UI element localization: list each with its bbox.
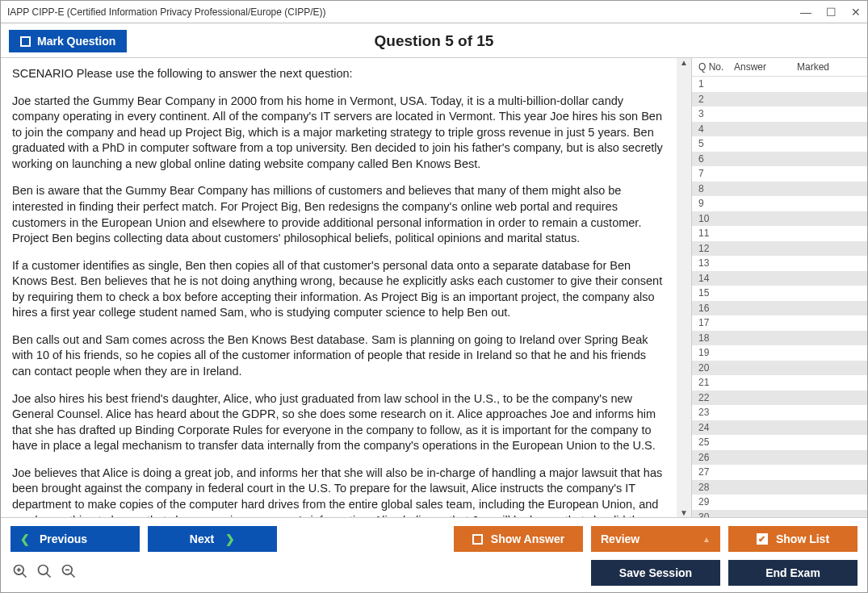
question-row[interactable]: 11 (692, 226, 867, 241)
question-number: 26 (698, 452, 734, 463)
scenario-paragraph: Joe believes that Alice is doing a great… (12, 466, 665, 517)
question-row[interactable]: 18 (692, 331, 867, 346)
question-row[interactable]: 4 (692, 122, 867, 137)
window-controls: — ☐ ✕ (800, 6, 861, 19)
question-number: 28 (698, 482, 734, 493)
zoom-controls (10, 563, 77, 583)
show-answer-button[interactable]: Show Answer (454, 526, 583, 552)
question-row[interactable]: 17 (692, 315, 867, 331)
question-number: 3 (698, 108, 734, 119)
scenario-paragraph: Joe also hires his best friend's daughte… (12, 391, 665, 454)
question-row[interactable]: 8 (692, 182, 867, 197)
question-number: 8 (698, 183, 734, 194)
question-row[interactable]: 29 (692, 495, 867, 510)
chevron-right-icon: ❯ (225, 532, 235, 545)
question-row[interactable]: 27 (692, 465, 867, 480)
zoom-out-icon[interactable] (61, 563, 77, 583)
question-row[interactable]: 13 (692, 256, 867, 271)
question-number: 12 (698, 243, 734, 254)
question-number: 1 (698, 78, 734, 90)
question-number: 19 (698, 347, 734, 358)
question-row[interactable]: 26 (692, 450, 867, 466)
scroll-up-icon[interactable]: ▲ (680, 58, 688, 67)
question-row[interactable]: 30 (692, 510, 867, 518)
question-number: 23 (698, 407, 734, 418)
footer: ❮ Previous Next ❯ Show Answer Review ▲ ✔… (1, 518, 867, 592)
question-row[interactable]: 3 (692, 106, 867, 122)
question-number: 11 (698, 228, 734, 239)
svg-line-7 (71, 573, 75, 577)
question-number: 30 (698, 512, 734, 517)
question-row[interactable]: 14 (692, 271, 867, 286)
question-row[interactable]: 15 (692, 286, 867, 301)
question-number: 18 (698, 332, 734, 344)
review-label: Review (601, 532, 639, 545)
question-row[interactable]: 6 (692, 152, 867, 167)
zoom-reset-icon[interactable] (36, 563, 52, 583)
next-label: Next (190, 532, 214, 545)
question-row[interactable]: 23 (692, 405, 867, 420)
question-number: 15 (698, 287, 734, 299)
question-number: 24 (698, 422, 734, 433)
question-row[interactable]: 25 (692, 435, 867, 450)
question-number: 16 (698, 303, 734, 314)
question-number: 9 (698, 198, 734, 209)
close-icon[interactable]: ✕ (851, 6, 861, 19)
question-number: 5 (698, 138, 734, 149)
sidebar-header: Q No. Answer Marked (692, 58, 867, 77)
check-icon: ✔ (757, 533, 768, 545)
scenario-pane[interactable]: SCENARIO Please use the following to ans… (1, 58, 677, 517)
scenario-scrollbar[interactable]: ▲ ▼ (677, 58, 691, 517)
previous-button[interactable]: ❮ Previous (10, 526, 140, 552)
question-number: 25 (698, 436, 734, 448)
save-session-label: Save Session (619, 566, 692, 579)
review-button[interactable]: Review ▲ (591, 526, 720, 552)
question-number: 14 (698, 273, 734, 284)
scenario-paragraph: If a customer identifies as single, Ben … (12, 258, 665, 321)
minimize-icon[interactable]: — (800, 6, 811, 19)
scroll-down-icon[interactable]: ▼ (680, 508, 688, 517)
chevron-left-icon: ❮ (20, 532, 30, 545)
scenario-paragraph: Ben is aware that the Gummy Bear Company… (12, 183, 665, 246)
save-session-button[interactable]: Save Session (591, 560, 720, 586)
next-button[interactable]: Next ❯ (148, 526, 277, 552)
question-row[interactable]: 16 (692, 301, 867, 316)
question-row[interactable]: 22 (692, 390, 867, 406)
show-answer-label: Show Answer (491, 532, 564, 545)
svg-point-4 (39, 565, 48, 574)
sidebar-list[interactable]: 1234567891011121314151617181920212223242… (692, 77, 867, 517)
question-number: 22 (698, 392, 734, 403)
show-list-button[interactable]: ✔ Show List (728, 526, 858, 552)
question-row[interactable]: 20 (692, 361, 867, 376)
question-number: 21 (698, 377, 734, 388)
question-row[interactable]: 28 (692, 480, 867, 495)
question-row[interactable]: 24 (692, 420, 867, 436)
spacer (285, 526, 446, 552)
scenario-paragraph: Ben calls out and Sam comes across the B… (12, 332, 665, 380)
header-row: Mark Question Question 5 of 15 (1, 23, 867, 58)
content-area: SCENARIO Please use the following to ans… (1, 58, 867, 518)
end-exam-button[interactable]: End Exam (728, 560, 858, 586)
column-qno: Q No. (698, 61, 734, 73)
question-number: 13 (698, 257, 734, 269)
question-number: 29 (698, 496, 734, 507)
zoom-in-icon[interactable] (12, 563, 28, 583)
question-row[interactable]: 7 (692, 166, 867, 182)
question-number: 4 (698, 123, 734, 135)
window-title: IAPP CIPP-E (Certified Information Priva… (7, 6, 326, 18)
mark-question-button[interactable]: Mark Question (9, 30, 127, 52)
svg-line-5 (47, 573, 51, 577)
question-row[interactable]: 10 (692, 211, 867, 227)
question-row[interactable]: 5 (692, 136, 867, 152)
previous-label: Previous (40, 532, 87, 545)
question-number: 10 (698, 213, 734, 224)
question-row[interactable]: 21 (692, 375, 867, 390)
question-number: 27 (698, 466, 734, 478)
app-window: IAPP CIPP-E (Certified Information Priva… (0, 0, 868, 593)
maximize-icon[interactable]: ☐ (826, 6, 837, 19)
question-row[interactable]: 19 (692, 345, 867, 361)
question-row[interactable]: 2 (692, 92, 867, 107)
question-row[interactable]: 1 (692, 77, 867, 92)
question-row[interactable]: 12 (692, 241, 867, 257)
question-row[interactable]: 9 (692, 196, 867, 211)
